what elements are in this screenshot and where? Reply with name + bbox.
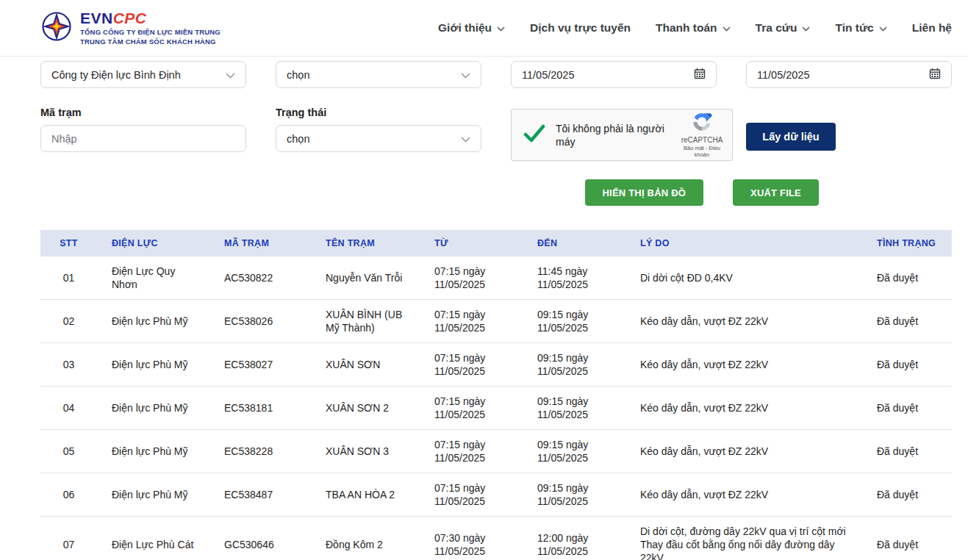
nav-item-dich-vu-truc-tuyen[interactable]: Dịch vụ trực tuyến [530,21,631,35]
table-cell: EC538027 [209,343,311,387]
table-cell: 01 [40,256,97,300]
table-cell: Điện Lực Quy Nhơn [97,256,209,300]
table-cell: 02 [40,300,97,343]
column-header: TỪ [420,230,523,256]
table-cell: Đã duyệt [862,517,952,560]
table-cell: AC530822 [209,256,311,300]
table-cell: Kéo dây dẫn, vượt ĐZ 22kV [625,430,862,473]
nav-item-tin-tuc[interactable]: Tin tức [835,21,886,35]
date-from-input[interactable]: 11/05/2025 [511,61,717,88]
table-cell: Nguyễn Văn Trỗi [311,256,420,300]
table-cell: TBA AN HÒA 2 [311,473,420,517]
nav-item-tra-cuu[interactable]: Tra cứu [756,21,811,35]
recaptcha-logo-icon [692,122,712,134]
filter-section: Công ty Điện lực Bình Định chọn 11/05/20… [0,57,968,206]
table-cell: EC538026 [209,300,311,343]
calendar-icon[interactable] [929,68,941,82]
recaptcha-label: Tôi không phải là người máy [556,122,666,148]
export-file-button[interactable]: XUẤT FILE [733,179,819,206]
brand-logo[interactable]: EVNCPC TỔNG CÔNG TY ĐIỆN LỰC MIỀN TRUNG … [42,10,221,46]
table-cell: 07:15 ngày 11/05/2025 [420,343,523,387]
table-cell: 09:15 ngày 11/05/2025 [523,430,625,473]
recaptcha-links[interactable]: Bảo mật - Điều khoản [679,145,725,158]
calendar-icon[interactable] [694,68,706,82]
table-cell: 07:15 ngày 11/05/2025 [420,387,523,430]
table-cell: Đã duyệt [862,343,952,387]
table-cell: Đã duyệt [862,256,952,300]
table-row: 02Điện lực Phù MỹEC538026XUÂN BÌNH (UB M… [40,300,952,343]
brand-subtitle-2: TRUNG TÂM CHĂM SÓC KHÁCH HÀNG [80,37,221,46]
nav-label: Tra cứu [756,21,797,35]
checkmark-icon [523,124,545,146]
table-cell: Di dời cột ĐD 0,4KV [625,256,862,300]
company-select[interactable]: Công ty Điện lực Bình Định [40,61,246,88]
table-cell: Kéo dây dẫn, vượt ĐZ 22kV [625,343,862,387]
table-row: 03Điện lực Phù MỹEC538027XUÂN SƠN07:15 n… [40,343,952,387]
recaptcha-brand: reCAPTCHA [679,136,725,144]
column-header: TÊN TRẠM [311,230,420,256]
station-code-placeholder: Nhập [51,133,235,145]
table-cell: Kéo dây dẫn, vượt ĐZ 22kV [625,387,862,430]
table-cell: Điện lực Phù Mỹ [97,430,209,473]
chevron-down-icon [497,26,505,32]
table-cell: 07:30 ngày 11/05/2025 [420,517,523,560]
table-cell: XUÂN BÌNH (UB Mỹ Thành) [311,300,420,343]
brand-text: EVNCPC TỔNG CÔNG TY ĐIỆN LỰC MIỀN TRUNG … [80,10,221,46]
unit-select-value: chọn [287,69,461,81]
date-to-input[interactable]: 11/05/2025 [746,61,952,88]
nav-item-thanh-toan[interactable]: Thanh toán [656,21,731,35]
table-row: 05Điện lực Phù MỹEC538228XUÂN SƠN 307:15… [40,430,952,473]
table-cell: Kéo dây dẫn, vượt ĐZ 22kV [625,300,862,343]
status-select-value: chọn [287,133,461,145]
column-header: MÃ TRẠM [209,230,311,256]
table-cell: EC538228 [209,430,311,473]
nav-label: Thanh toán [656,21,717,35]
column-header: TÌNH TRẠNG [862,230,952,256]
column-header: ĐẾN [523,230,625,256]
table-body: 01Điện Lực Quy NhơnAC530822Nguyễn Văn Tr… [40,256,952,560]
table-cell: Điện lực Phù Mỹ [97,343,209,387]
main-nav: Giới thiệu Dịch vụ trực tuyến Thanh toán… [438,21,952,35]
column-header: STT [40,230,97,256]
company-select-value: Công ty Điện lực Bình Định [51,69,226,81]
chevron-down-icon [723,26,731,32]
table-cell: Điện lực Phù Mỹ [97,387,209,430]
table-cell: 06 [40,473,97,517]
table-cell: 03 [40,343,97,387]
date-from-value: 11/05/2025 [522,69,694,81]
table-row: 01Điện Lực Quy NhơnAC530822Nguyễn Văn Tr… [40,256,952,300]
header: EVNCPC TỔNG CÔNG TY ĐIỆN LỰC MIỀN TRUNG … [0,0,968,57]
table-cell: 09:15 ngày 11/05/2025 [523,300,625,343]
nav-label: Liên hệ [912,21,952,35]
table-cell: 09:15 ngày 11/05/2025 [523,473,625,517]
table-row: 07Điện Lực Phù CátGC530646Đồng Kôm 207:3… [40,517,952,560]
nav-item-gioi-thieu[interactable]: Giới thiệu [438,21,505,35]
table-cell: Đã duyệt [862,300,952,343]
station-code-input[interactable]: Nhập [40,125,246,152]
nav-item-lien-he[interactable]: Liên hệ [912,21,952,35]
nav-label: Dịch vụ trực tuyến [530,21,631,35]
table-cell: Điện lực Phù Mỹ [97,300,209,343]
table-cell: Đã duyệt [862,387,952,430]
status-select[interactable]: chọn [276,125,481,152]
date-to-value: 11/05/2025 [757,69,929,81]
column-header: ĐIỆN LỰC [97,230,209,256]
table-cell: Kéo dây dẫn, vượt ĐZ 22kV [625,473,862,517]
table-header-row: STTĐIỆN LỰCMÃ TRẠMTÊN TRẠMTỪĐẾNLÝ DOTÌNH… [40,230,952,256]
table-cell: XUÂN SƠN [311,343,420,387]
table-cell: XUÂN SƠN 2 [311,387,420,430]
table-cell: GC530646 [209,517,311,560]
table-cell: EC538487 [209,473,311,517]
chevron-down-icon [461,69,470,81]
fetch-data-button[interactable]: Lấy dữ liệu [746,123,836,151]
nav-label: Tin tức [835,21,873,35]
chevron-down-icon [802,26,810,32]
recaptcha-widget[interactable]: Tôi không phải là người máy reCAPTCHA Bả… [511,109,733,161]
table-cell: Điện Lực Phù Cát [97,517,209,560]
table-cell: 09:15 ngày 11/05/2025 [523,343,625,387]
unit-select[interactable]: chọn [276,61,481,88]
table-cell: 09:15 ngày 11/05/2025 [523,387,625,430]
evncpc-star-icon [42,12,71,44]
table-cell: 05 [40,430,97,473]
show-map-button[interactable]: HIỂN THỊ BẢN ĐỒ [585,179,704,206]
